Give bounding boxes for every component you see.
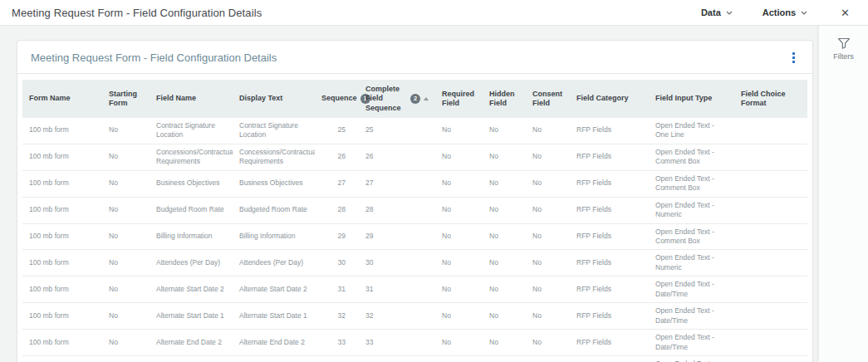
column-header-field-input-type[interactable]: Field Input Type	[649, 80, 734, 118]
cell-complete_field_sequence: 33	[359, 330, 435, 356]
topbar: Meeting Request Form - Field Configurati…	[0, 0, 868, 26]
table-body: 100 mb formNoContract Signature Location…	[22, 118, 807, 362]
cell-field_name: Budgeted Room Rate	[150, 197, 233, 223]
cell-required_field: No	[435, 144, 483, 170]
cell-field_category: RFP Fields	[570, 330, 649, 356]
cell-field_input_type: Open Ended Text - Numeric	[649, 197, 734, 223]
column-label: Complete Field Sequence	[365, 85, 407, 113]
table-row[interactable]: 100 mb formNoBusiness ObjectivesBusiness…	[22, 170, 807, 197]
kebab-menu-icon	[792, 56, 795, 59]
cell-required_field: No	[435, 223, 483, 250]
cell-form_name: 100 mb form	[22, 276, 102, 303]
cell-field_name: Concessions/Contractual Requirements	[150, 144, 233, 170]
table-row[interactable]: 100 mb formNoConcessions/Contractual Req…	[22, 144, 807, 170]
table-row[interactable]: 100 mb formNoAlternate End Date 1Alterna…	[22, 356, 807, 362]
column-header-form-name[interactable]: Form Name	[22, 80, 102, 118]
cell-sequence: 25	[315, 118, 359, 144]
cell-field_category: RFP Fields	[570, 197, 649, 223]
cell-field_category: RFP Fields	[570, 303, 649, 330]
cell-field_name: Billing Information	[150, 223, 233, 250]
cell-hidden_field: No	[483, 170, 526, 197]
cell-form_name: 100 mb form	[22, 144, 102, 170]
column-header-required-field[interactable]: Required Field	[435, 80, 483, 118]
cell-sequence: 30	[315, 250, 359, 276]
table-row[interactable]: 100 mb formNoBilling InformationBilling …	[22, 223, 807, 250]
cell-field_category: RFP Fields	[570, 144, 649, 170]
column-header-sequence[interactable]: Sequence 1	[315, 80, 359, 118]
column-header-hidden-field[interactable]: Hidden Field	[483, 80, 526, 118]
cell-field_input_type: Open Ended Text - One Line	[649, 118, 734, 144]
more-options-button[interactable]	[788, 50, 799, 66]
column-header-field-category[interactable]: Field Category	[570, 80, 649, 118]
data-menu-label: Data	[701, 7, 721, 17]
cell-field_category: RFP Fields	[570, 118, 649, 144]
column-label: Hidden Field	[489, 90, 519, 109]
actions-menu-button[interactable]: Actions	[763, 7, 807, 17]
cell-field_choice_format	[734, 276, 807, 303]
cell-display_text: Business Objectives	[233, 170, 315, 197]
cell-display_text: Alternate Start Date 2	[233, 276, 315, 303]
cell-field_name: Attendees (Per Day)	[150, 250, 233, 276]
cell-required_field: No	[435, 118, 483, 144]
cell-hidden_field: No	[483, 197, 526, 223]
table-row[interactable]: 100 mb formNoAlternate End Date 2Alterna…	[22, 330, 807, 356]
cell-field_name: Alternate Start Date 1	[150, 303, 233, 330]
cell-display_text: Budgeted Room Rate	[233, 197, 315, 223]
cell-hidden_field: No	[483, 276, 526, 303]
cell-sequence: 28	[315, 197, 359, 223]
cell-field_input_type: Open Ended Text - Date/Time	[649, 303, 734, 330]
cell-field_name: Business Objectives	[150, 170, 233, 197]
cell-field_name: Alternate End Date 2	[150, 330, 233, 356]
table-row[interactable]: 100 mb formNoAlternate Start Date 1Alter…	[22, 303, 807, 330]
column-header-starting-form[interactable]: Starting Form	[102, 80, 150, 118]
filters-label: Filters	[833, 52, 854, 61]
cell-sequence: 32	[315, 303, 359, 330]
filters-button[interactable]: Filters	[833, 37, 854, 61]
cell-required_field: No	[435, 356, 483, 362]
table-row[interactable]: 100 mb formNoAttendees (Per Day)Attendee…	[22, 250, 807, 276]
cell-field_choice_format	[734, 197, 807, 223]
close-button[interactable]: ✕	[837, 6, 853, 20]
table-row[interactable]: 100 mb formNoContract Signature Location…	[22, 118, 807, 144]
cell-starting_form: No	[102, 250, 150, 276]
column-header-field-choice-format[interactable]: Field Choice Format	[734, 80, 807, 118]
table-row[interactable]: 100 mb formNoAlternate Start Date 2Alter…	[22, 276, 807, 303]
cell-consent_field: No	[526, 303, 570, 330]
cell-complete_field_sequence: 26	[359, 144, 435, 170]
cell-sequence: 31	[315, 276, 359, 303]
field-configuration-table: Form Name Starting Form Field Name Displ…	[22, 80, 807, 362]
column-header-complete-field-sequence[interactable]: Complete Field Sequence 2	[359, 80, 435, 118]
data-menu-button[interactable]: Data	[701, 7, 733, 17]
cell-field_input_type: Open Ended Text - Comment Box	[649, 223, 734, 250]
cell-form_name: 100 mb form	[22, 250, 102, 276]
column-label: Field Choice Format	[741, 90, 786, 107]
column-header-consent-field[interactable]: Consent Field	[526, 80, 570, 118]
cell-hidden_field: No	[483, 223, 526, 250]
table-row[interactable]: 100 mb formNoBudgeted Room RateBudgeted …	[22, 197, 807, 223]
column-header-field-name[interactable]: Field Name	[150, 80, 233, 118]
cell-field_name: Alternate Start Date 2	[150, 276, 233, 303]
column-label: Sequence	[321, 94, 357, 103]
cell-field_choice_format	[734, 118, 807, 144]
cell-complete_field_sequence: 34	[359, 356, 435, 362]
cell-starting_form: No	[102, 356, 150, 362]
column-label: Consent Field	[532, 90, 563, 109]
column-header-display-text[interactable]: Display Text	[233, 80, 315, 118]
cell-form_name: 100 mb form	[22, 118, 102, 144]
cell-complete_field_sequence: 32	[359, 303, 435, 330]
cell-display_text: Alternate End Date 2	[233, 330, 315, 356]
cell-complete_field_sequence: 29	[359, 223, 435, 250]
column-label: Field Name	[156, 94, 196, 102]
cell-field_input_type: Open Ended Text - Comment Box	[649, 170, 734, 197]
cell-field_category: RFP Fields	[570, 356, 649, 362]
table-container: Form Name Starting Form Field Name Displ…	[17, 74, 812, 362]
cell-field_choice_format	[734, 356, 807, 362]
cell-starting_form: No	[102, 330, 150, 356]
field-configuration-card: Meeting Request Form - Field Configurati…	[17, 40, 813, 362]
cell-sequence: 33	[315, 330, 359, 356]
card-title: Meeting Request Form - Field Configurati…	[31, 51, 277, 64]
cell-complete_field_sequence: 25	[359, 118, 435, 144]
cell-starting_form: No	[102, 197, 150, 223]
cell-consent_field: No	[526, 118, 570, 144]
column-label: Form Name	[29, 94, 71, 102]
